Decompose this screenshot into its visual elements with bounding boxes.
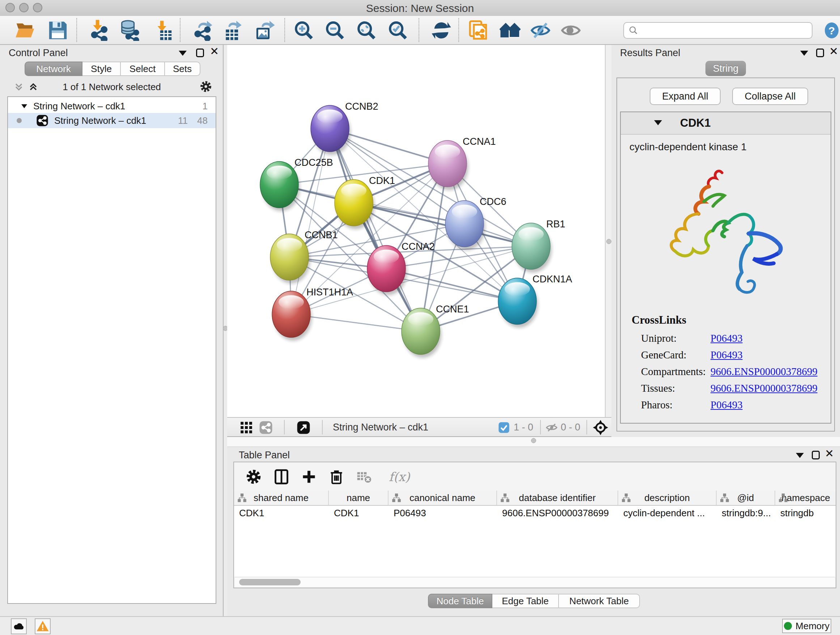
close-panel-icon[interactable]: ✕ <box>829 47 838 56</box>
show-graphics-button[interactable] <box>559 19 583 42</box>
selected-checkbox-icon[interactable] <box>498 422 510 433</box>
tab-network[interactable]: Network <box>25 62 82 76</box>
column-header[interactable]: namespace <box>775 491 836 505</box>
tree-expander-icon[interactable] <box>20 102 28 110</box>
table-row[interactable]: CDK1CDK1P064939606.ENSP00000378699cyclin… <box>234 506 836 520</box>
table-cell[interactable]: cyclin-dependent ... <box>618 506 717 520</box>
zoom-in-button[interactable] <box>292 19 316 42</box>
cloud-status-button[interactable] <box>11 618 27 634</box>
column-header[interactable]: description <box>618 491 717 505</box>
import-table-button[interactable] <box>151 19 174 42</box>
horizontal-splitter[interactable] <box>227 437 840 447</box>
float-panel-icon[interactable] <box>196 49 204 57</box>
float-panel-icon[interactable] <box>816 49 824 57</box>
export-table-button[interactable] <box>222 19 245 42</box>
close-panel-icon[interactable]: ✕ <box>210 47 219 56</box>
tab-select[interactable]: Select <box>121 62 165 76</box>
hide-unhide-button[interactable] <box>529 19 552 42</box>
network-node[interactable]: CCNA2 <box>367 241 435 295</box>
network-node[interactable]: HIST1H1A <box>272 287 353 340</box>
zoom-fit-button[interactable] <box>355 19 378 42</box>
show-columns-button[interactable] <box>272 467 291 486</box>
tab-style[interactable]: Style <box>82 62 121 76</box>
network-node[interactable]: CCNA1 <box>428 136 496 190</box>
create-column-button[interactable] <box>300 467 318 486</box>
tab-string[interactable]: String <box>706 61 746 76</box>
grid-view-icon[interactable] <box>240 421 253 434</box>
protein-section-header[interactable]: CDK1 <box>621 112 831 135</box>
crosslink-link[interactable]: P06493 <box>711 349 743 366</box>
help-button[interactable]: ? <box>822 21 840 40</box>
network-node[interactable]: CDKN1A <box>498 274 572 328</box>
network-edge[interactable] <box>330 128 421 331</box>
table-cell[interactable]: CDK1 <box>329 506 388 520</box>
string-import-button[interactable] <box>467 19 490 42</box>
table-hscrollbar[interactable] <box>235 577 835 587</box>
collapse-panel-icon[interactable] <box>179 51 187 56</box>
table-cell[interactable]: stringdb <box>775 506 836 520</box>
tab-sets[interactable]: Sets <box>165 62 201 76</box>
open-session-button[interactable] <box>14 19 37 42</box>
zoom-out-button[interactable] <box>324 19 347 42</box>
table-cell[interactable]: P06493 <box>388 506 497 520</box>
tab-network-table[interactable]: Network Table <box>559 594 640 608</box>
table-cell[interactable]: 9606.ENSP00000378699 <box>497 506 618 520</box>
network-graph[interactable]: CCNB2CCNA1CDC25BCDK1CDC6RB1CCNB1CCNA2CDK… <box>227 45 605 417</box>
delete-table-button[interactable] <box>355 467 373 486</box>
column-header[interactable]: @id <box>717 491 775 505</box>
splitter-handle[interactable] <box>606 239 611 244</box>
collapse-panel-icon[interactable] <box>800 51 808 56</box>
column-header[interactable]: database identifier <box>497 491 618 505</box>
column-header[interactable]: shared name <box>234 491 329 505</box>
export-image-button[interactable] <box>254 19 277 42</box>
crosslink-link[interactable]: P06493 <box>711 333 743 349</box>
crosslink-link[interactable]: 9606.ENSP00000378699 <box>711 382 818 399</box>
crosslink-link[interactable]: P06493 <box>711 399 743 416</box>
network-node[interactable]: CDC6 <box>445 196 507 250</box>
network-node[interactable]: CCNB2 <box>311 101 378 155</box>
birdseye-view-icon[interactable] <box>592 420 608 435</box>
tab-edge-table[interactable]: Edge Table <box>493 594 559 608</box>
collapse-all-button[interactable]: Collapse All <box>732 88 808 105</box>
crosslink-link[interactable]: 9606.ENSP00000378699 <box>711 366 818 382</box>
search-field[interactable] <box>623 22 813 39</box>
memory-button[interactable]: Memory <box>782 619 831 633</box>
import-network-database-button[interactable] <box>117 19 141 42</box>
zoom-selected-button[interactable] <box>386 19 409 42</box>
network-node[interactable]: CCNB1 <box>270 230 338 283</box>
gear-icon[interactable] <box>200 80 212 93</box>
table-cell[interactable]: stringdb:9... <box>717 506 775 520</box>
column-header[interactable]: name <box>329 491 388 505</box>
results-splitter[interactable] <box>605 45 611 437</box>
search-input[interactable] <box>641 23 809 38</box>
warning-status-button[interactable] <box>35 618 51 634</box>
splitter-handle[interactable] <box>531 438 536 443</box>
save-session-button[interactable] <box>46 19 69 42</box>
network-row[interactable]: String Network – cdk1 11 48 <box>8 113 216 128</box>
function-builder-button[interactable]: f(x) <box>383 467 416 486</box>
import-network-file-button[interactable] <box>87 19 110 42</box>
detach-view-icon[interactable] <box>297 421 310 434</box>
single-view-icon[interactable] <box>259 421 273 434</box>
section-expander-icon[interactable] <box>654 120 662 125</box>
column-header[interactable]: canonical name <box>388 491 497 505</box>
tab-node-table[interactable]: Node Table <box>428 594 493 608</box>
network-node[interactable]: CDK1 <box>335 175 395 229</box>
collapse-panel-icon[interactable] <box>796 453 804 458</box>
scrollbar-thumb[interactable] <box>239 579 301 585</box>
network-canvas[interactable]: CCNB2CCNA1CDC25BCDK1CDC6RB1CCNB1CCNA2CDK… <box>227 45 605 417</box>
close-panel-icon[interactable]: ✕ <box>825 449 834 458</box>
table-settings-button[interactable] <box>244 467 263 486</box>
expand-all-button[interactable]: Expand All <box>650 88 721 105</box>
search-icon <box>628 25 638 35</box>
string-home-button[interactable] <box>499 19 522 42</box>
delete-column-button[interactable] <box>327 467 346 486</box>
float-panel-icon[interactable] <box>812 451 820 459</box>
vertical-splitter[interactable] <box>224 45 227 616</box>
network-node[interactable]: RB1 <box>512 219 565 272</box>
export-network-button[interactable] <box>191 19 214 42</box>
table-cell[interactable]: CDK1 <box>234 506 329 520</box>
network-node[interactable]: CCNE1 <box>401 304 469 358</box>
apply-layout-button[interactable] <box>430 19 453 42</box>
network-collection-row[interactable]: String Network – cdk1 1 <box>8 97 216 113</box>
